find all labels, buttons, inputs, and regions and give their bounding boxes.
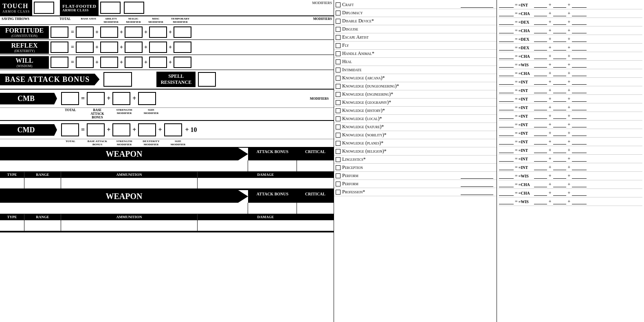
right-blank2-16[interactable] xyxy=(553,139,566,145)
right-total-10[interactable] xyxy=(499,88,514,93)
fortitude-total-input[interactable] xyxy=(51,26,68,38)
right-blank2-21[interactable] xyxy=(553,182,566,187)
cmd-str-input[interactable] xyxy=(112,123,130,136)
cmb-str-input[interactable] xyxy=(112,92,130,105)
weapon1-damage-input[interactable] xyxy=(198,178,334,188)
right-blank2-22[interactable] xyxy=(553,190,566,196)
skill-checkbox-8[interactable] xyxy=(336,68,341,72)
cmd-total-input[interactable] xyxy=(61,123,79,136)
fortitude-misc-input[interactable] xyxy=(149,26,167,38)
cmd-dex-input[interactable] xyxy=(138,123,156,136)
fortitude-base-input[interactable] xyxy=(76,26,94,38)
right-total-2[interactable] xyxy=(499,19,514,25)
weapon2-damage-input[interactable] xyxy=(198,220,334,231)
right-blank1-21[interactable] xyxy=(534,182,547,187)
will-base-input[interactable] xyxy=(76,57,94,68)
right-blank1-6[interactable] xyxy=(534,53,547,59)
reflex-ability-input[interactable] xyxy=(100,42,118,53)
right-blank3-22[interactable] xyxy=(572,190,587,196)
right-blank1-4[interactable] xyxy=(534,36,547,42)
skill-checkbox-15[interactable] xyxy=(336,125,341,129)
skill-checkbox-23[interactable] xyxy=(336,190,341,195)
will-misc-input[interactable] xyxy=(149,57,167,68)
right-blank2-18[interactable] xyxy=(553,156,566,162)
weapon1-type-input[interactable] xyxy=(0,178,24,188)
right-total-21[interactable] xyxy=(499,182,514,187)
right-total-18[interactable] xyxy=(499,156,514,162)
right-blank1-13[interactable] xyxy=(534,113,547,119)
right-blank1-1[interactable] xyxy=(534,11,547,16)
right-total-19[interactable] xyxy=(499,164,514,170)
right-blank3-4[interactable] xyxy=(572,36,587,42)
right-blank3-18[interactable] xyxy=(572,156,587,162)
weapon2-type-input[interactable] xyxy=(0,220,24,231)
right-total-14[interactable] xyxy=(499,122,514,127)
skill-checkbox-14[interactable] xyxy=(336,116,341,121)
right-blank1-9[interactable] xyxy=(534,79,547,85)
right-blank2-23[interactable] xyxy=(553,199,566,204)
weapon2-name-input[interactable] xyxy=(0,203,248,214)
right-blank1-16[interactable] xyxy=(534,139,547,145)
right-blank3-15[interactable] xyxy=(572,130,587,136)
right-blank1-12[interactable] xyxy=(534,105,547,110)
right-total-16[interactable] xyxy=(499,139,514,145)
cmd-bab-input[interactable] xyxy=(87,123,105,136)
flat-footed-input[interactable] xyxy=(100,2,121,14)
skill-checkbox-21[interactable] xyxy=(336,173,341,178)
right-blank2-14[interactable] xyxy=(553,122,566,127)
reflex-total-input[interactable] xyxy=(51,42,68,53)
cmd-size-input[interactable] xyxy=(164,123,182,136)
weapon1-atk-input[interactable] xyxy=(248,160,297,171)
right-blank2-8[interactable] xyxy=(553,70,566,76)
right-total-3[interactable] xyxy=(499,28,514,33)
flat-footed-input2[interactable] xyxy=(124,2,144,14)
right-blank1-14[interactable] xyxy=(534,122,547,127)
right-total-20[interactable] xyxy=(499,173,514,179)
weapon1-ammo-input[interactable] xyxy=(61,178,198,188)
right-total-17[interactable] xyxy=(499,147,514,153)
fortitude-magic-input[interactable] xyxy=(125,26,143,38)
right-total-13[interactable] xyxy=(499,113,514,119)
right-total-12[interactable] xyxy=(499,105,514,110)
right-blank2-4[interactable] xyxy=(553,36,566,42)
right-total-6[interactable] xyxy=(499,53,514,59)
weapon1-name-input[interactable] xyxy=(0,160,248,171)
right-blank3-16[interactable] xyxy=(572,139,587,145)
skill-checkbox-3[interactable] xyxy=(336,27,341,32)
touch-input[interactable] xyxy=(34,2,54,14)
right-blank2-12[interactable] xyxy=(553,105,566,110)
right-blank1-3[interactable] xyxy=(534,28,547,33)
skill-checkbox-5[interactable] xyxy=(336,43,341,48)
weapon2-range-input[interactable] xyxy=(24,220,61,231)
right-blank3-1[interactable] xyxy=(572,11,587,16)
right-blank1-0[interactable] xyxy=(534,2,547,8)
skill-checkbox-16[interactable] xyxy=(336,133,341,138)
reflex-misc-input[interactable] xyxy=(149,42,167,53)
right-blank3-7[interactable] xyxy=(572,62,587,68)
right-blank3-3[interactable] xyxy=(572,28,587,33)
reflex-magic-input[interactable] xyxy=(125,42,143,53)
right-blank2-19[interactable] xyxy=(553,164,566,170)
skill-checkbox-0[interactable] xyxy=(336,2,341,7)
right-blank3-19[interactable] xyxy=(572,164,587,170)
right-blank2-2[interactable] xyxy=(553,19,566,25)
will-magic-input[interactable] xyxy=(125,57,143,68)
right-blank2-3[interactable] xyxy=(553,28,566,33)
right-blank3-5[interactable] xyxy=(572,45,587,50)
fortitude-temp-input[interactable] xyxy=(174,26,191,38)
right-total-0[interactable] xyxy=(499,2,514,8)
right-blank1-8[interactable] xyxy=(534,70,547,76)
right-blank2-13[interactable] xyxy=(553,113,566,119)
right-total-7[interactable] xyxy=(499,62,514,68)
right-blank2-20[interactable] xyxy=(553,173,566,179)
cmb-bab-input[interactable] xyxy=(87,92,105,105)
skill-checkbox-9[interactable] xyxy=(336,76,341,81)
skill-checkbox-18[interactable] xyxy=(336,149,341,154)
cmb-size-input[interactable] xyxy=(138,92,156,105)
skill-checkbox-17[interactable] xyxy=(336,141,341,146)
weapon2-crit-input[interactable] xyxy=(297,203,334,214)
right-blank1-5[interactable] xyxy=(534,45,547,50)
skill-checkbox-6[interactable] xyxy=(336,51,341,56)
skill-checkbox-7[interactable] xyxy=(336,59,341,64)
skill-checkbox-19[interactable] xyxy=(336,157,341,162)
